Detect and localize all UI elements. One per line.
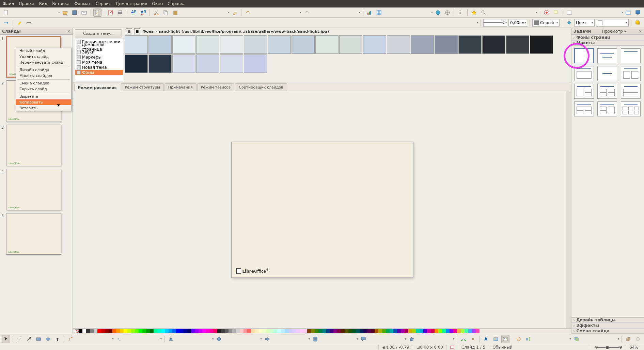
color-swatch[interactable] — [465, 329, 468, 333]
line-style-select[interactable]: С ▾ — [483, 19, 507, 27]
color-swatch[interactable] — [86, 329, 90, 333]
line-ends-icon[interactable] — [25, 19, 33, 27]
basic-shapes-icon[interactable] — [167, 335, 175, 343]
zoom-slider[interactable]: ⊖━━━●━━━━⊕ — [591, 345, 626, 350]
texture-swatch[interactable] — [435, 35, 458, 54]
color-swatch[interactable] — [288, 329, 292, 333]
color-swatch[interactable] — [423, 329, 427, 333]
points-icon[interactable] — [459, 335, 468, 343]
color-swatch[interactable] — [199, 329, 202, 333]
whats-this-icon[interactable] — [552, 9, 560, 17]
connector-tool-icon[interactable] — [115, 335, 123, 343]
new-doc-icon[interactable] — [2, 9, 10, 17]
context-menu-item[interactable]: Дизайн слайда — [16, 67, 71, 73]
color-swatch[interactable] — [124, 329, 127, 333]
layout-three-top[interactable] — [574, 101, 594, 116]
color-swatch[interactable] — [311, 329, 315, 333]
color-swatch[interactable] — [221, 329, 225, 333]
color-swatch[interactable] — [97, 329, 101, 333]
arrow-style-icon[interactable] — [2, 19, 10, 27]
color-swatch[interactable] — [333, 329, 337, 333]
layout-title-only[interactable] — [621, 48, 641, 63]
slide-canvas[interactable]: LibreOffice® — [231, 142, 413, 278]
context-menu-item[interactable]: Новый слайд — [16, 48, 71, 54]
fill-color-select[interactable]: ▾ — [596, 19, 629, 27]
color-swatch[interactable] — [408, 329, 412, 333]
close-icon[interactable]: × — [67, 29, 70, 34]
menu-slideshow[interactable]: Демонстрация — [116, 1, 147, 6]
layout-title[interactable] — [597, 48, 617, 63]
block-arrows-icon[interactable] — [263, 335, 271, 343]
menu-edit[interactable]: Правка — [19, 1, 34, 6]
color-swatch[interactable] — [352, 329, 356, 333]
stars-icon[interactable] — [408, 335, 416, 343]
texture-swatch[interactable] — [196, 35, 219, 54]
paste-icon[interactable] — [171, 9, 179, 17]
color-swatch[interactable] — [337, 329, 341, 333]
extrusion-icon[interactable] — [624, 335, 632, 343]
layout-content-left[interactable] — [597, 101, 617, 116]
cut-icon[interactable] — [152, 9, 160, 17]
color-swatch[interactable] — [450, 329, 453, 333]
texture-swatch[interactable] — [196, 54, 219, 73]
section-slide-transition[interactable]: ▷Смена слайда — [571, 328, 644, 334]
align-icon[interactable] — [524, 335, 532, 343]
color-swatch[interactable] — [393, 329, 397, 333]
fill-type-select[interactable]: Цвет ▾ — [574, 19, 595, 27]
color-swatch[interactable] — [273, 329, 277, 333]
texture-swatch[interactable] — [172, 35, 195, 54]
navigator-icon[interactable] — [443, 9, 452, 17]
section-effects[interactable]: ▷Эффекты — [571, 323, 644, 328]
vertical-scrollbar[interactable] — [566, 91, 571, 328]
texture-swatch[interactable] — [220, 35, 243, 54]
color-swatch[interactable] — [258, 329, 262, 333]
callouts-icon[interactable] — [359, 335, 367, 343]
color-swatch[interactable] — [109, 329, 112, 333]
color-swatch[interactable] — [79, 329, 82, 333]
status-zoom[interactable]: 64% — [626, 345, 642, 350]
color-swatch[interactable] — [135, 329, 139, 333]
color-swatch[interactable] — [191, 329, 195, 333]
color-swatch[interactable] — [386, 329, 390, 333]
hyperlink-icon[interactable] — [434, 9, 442, 17]
color-palette-bar[interactable]: ⊘ — [73, 328, 571, 334]
copy-icon[interactable] — [162, 9, 170, 17]
texture-swatch[interactable] — [411, 35, 434, 54]
theme-list[interactable]: Граничные линии Домашняя страница Звуки … — [75, 39, 123, 81]
color-swatch[interactable] — [195, 329, 199, 333]
color-swatch[interactable] — [161, 329, 165, 333]
presentation-icon[interactable] — [634, 9, 642, 17]
layout-four-content[interactable] — [597, 84, 617, 99]
color-swatch[interactable] — [307, 329, 311, 333]
menu-window[interactable]: Окно — [152, 1, 163, 6]
color-swatch[interactable] — [247, 329, 251, 333]
arrow-tool-icon[interactable] — [25, 335, 33, 343]
color-swatch[interactable] — [157, 329, 161, 333]
context-menu-item[interactable]: Удалить слайд — [16, 54, 71, 60]
color-swatch[interactable] — [326, 329, 330, 333]
color-swatch[interactable] — [244, 329, 247, 333]
color-swatch[interactable] — [412, 329, 416, 333]
color-swatch[interactable] — [315, 329, 318, 333]
color-swatch[interactable] — [285, 329, 288, 333]
color-swatch[interactable] — [202, 329, 206, 333]
close-icon[interactable]: × — [639, 29, 642, 34]
grid-icon[interactable] — [457, 9, 465, 17]
color-swatch[interactable] — [420, 329, 423, 333]
line-width-input[interactable]: 0,00см ▾ — [508, 19, 527, 27]
texture-swatch[interactable] — [458, 35, 482, 54]
color-swatch[interactable] — [90, 329, 94, 333]
menu-help[interactable]: Справка — [168, 1, 186, 6]
menu-tools[interactable]: Сервис — [96, 1, 111, 6]
canvas-area[interactable]: LibreOffice® — [73, 91, 571, 328]
context-menu-item[interactable]: Копировать — [16, 99, 71, 105]
autospell-icon[interactable]: ABC — [139, 9, 147, 17]
color-swatch[interactable] — [127, 329, 131, 333]
color-swatch[interactable] — [139, 329, 142, 333]
texture-swatch[interactable] — [363, 35, 386, 54]
color-swatch[interactable] — [214, 329, 217, 333]
color-swatch[interactable] — [210, 329, 214, 333]
layout-blank[interactable] — [574, 48, 594, 63]
color-swatch[interactable] — [375, 329, 378, 333]
texture-swatch[interactable] — [172, 54, 195, 73]
